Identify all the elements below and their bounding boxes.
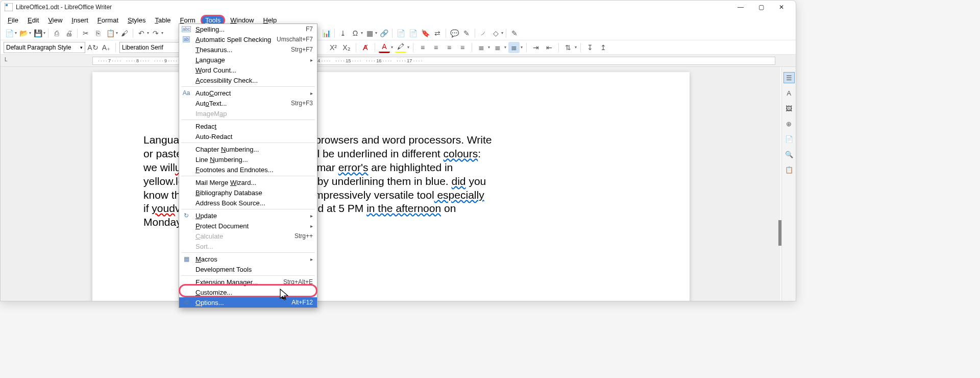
align-left-icon[interactable]: ≡ [417,42,428,53]
tools-menu-mail-merge-wizard[interactable]: Mail Merge Wizard... [179,177,317,187]
basic-shapes-icon[interactable]: ◇ [490,28,501,39]
tools-menu-development-tools[interactable]: Development Tools [179,264,317,274]
number-list-icon[interactable]: ≣ [492,42,503,53]
sidebar-navigator-icon[interactable]: ⊕ [783,118,795,129]
align-justify-icon[interactable]: ≡ [457,42,468,53]
insert-footnote-icon[interactable]: 📄 [395,28,406,39]
new-style-icon[interactable]: A₊ [101,42,112,53]
tools-menu-thesaurus[interactable]: Thesaurus...Strg+F7 [179,44,317,55]
tools-menu-autotext[interactable]: AutoText...Strg+F3 [179,98,317,108]
blank-icon [181,45,191,54]
show-draw-icon[interactable]: ✎ [509,28,520,39]
tools-menu-options[interactable]: ⚙Options...Alt+F12 [179,297,317,308]
redo-icon[interactable]: ↷ [150,28,161,39]
track-changes-icon[interactable]: ✎ [461,28,472,39]
sidebar-page-icon[interactable]: 📄 [783,133,795,145]
paragraph-style-combo[interactable]: Default Paragraph Style▾ [4,42,85,53]
decrease-para-icon[interactable]: ↥ [598,42,609,53]
insert-field-icon[interactable]: ▦ [364,28,375,39]
menu-styles[interactable]: Styles [124,15,150,25]
font-name-combo[interactable]: Liberation Serif [119,42,181,53]
submenu-arrow-icon: ▸ [310,223,313,229]
increase-para-icon[interactable]: ↧ [584,42,596,53]
menu-file[interactable]: File [4,15,22,25]
tools-menu-automatic-spell-checking[interactable]: abAutomatic Spell CheckingUmschalt+F7 [179,34,317,44]
tools-menu-protect-document[interactable]: Protect Document▸ [179,221,317,231]
menu-edit[interactable]: Edit [23,15,43,25]
tools-menu-footnotes-and-endnotes[interactable]: Footnotes and Endnotes... [179,164,317,175]
Aa-icon: Aa [181,89,191,97]
tools-menu-autocorrect[interactable]: AaAutoCorrect▸ [179,88,317,98]
blank-icon [181,222,191,230]
font-color-icon[interactable]: A [379,42,390,53]
insert-comment-icon[interactable]: 💬 [449,28,460,39]
tools-menu-chapter-numbering[interactable]: Chapter Numbering... [179,144,317,154]
insert-bookmark-icon[interactable]: 🔖 [420,28,431,39]
insert-special-char-icon[interactable]: Ω [350,28,361,39]
sidebar-inspect-icon[interactable]: 🔍 [783,149,795,160]
decrease-indent-icon[interactable]: ⇤ [544,42,555,53]
blank-icon [181,56,191,64]
blank-icon [181,155,191,163]
clone-format-icon[interactable]: 🖌 [119,28,130,39]
insert-hyperlink-icon[interactable]: 🔗 [378,28,389,39]
outline-list-icon[interactable]: ≣ [508,42,520,53]
sidebar-collapse-handle[interactable] [778,220,781,246]
tools-menu-auto-redact[interactable]: Auto-Redact [179,131,317,141]
app-window: LibreOffice1.odt - LibreOffice Writer — … [0,0,796,301]
tools-menu-extension-manager[interactable]: Extension Manager...Strg+Alt+E [179,277,317,287]
menu-view[interactable]: View [44,15,66,25]
sidebar-styles-icon[interactable]: A [783,87,795,99]
tools-menu-update[interactable]: ↻Update▸ [179,210,317,221]
cut-icon[interactable]: ✂ [80,28,91,39]
save-icon[interactable]: 💾 [32,28,43,39]
update-style-icon[interactable]: A↻ [87,42,99,53]
insert-line-icon[interactable]: ⟋ [478,28,489,39]
tools-menu-redact[interactable]: Redact [179,121,317,131]
subscript-icon[interactable]: X₂ [341,42,352,53]
copy-icon[interactable]: ⎘ [92,28,104,39]
clear-format-icon[interactable]: A̸ [360,42,371,53]
sidebar-gallery-icon[interactable]: 🖼 [783,103,795,114]
tools-menu-address-book-source[interactable]: Address Book Source... [179,198,317,208]
tools-menu-word-count[interactable]: Word Count... [179,65,317,75]
menu-format[interactable]: Format [93,15,122,25]
highlight-icon[interactable]: 🖍 [395,42,406,53]
main-toolbar: 📄▾ 📂▾ 💾▾ ⎙ 🖨 ✂ ⎘ 📋▾ 🖌 ↶▾ ↷▾ 🖼 📊 ⤓ Ω▾ ▦▾ … [1,26,796,40]
close-button[interactable]: ✕ [771,1,792,14]
tools-menu-imagemap: ImageMap [179,108,317,119]
print-icon[interactable]: 🖨 [63,28,75,39]
insert-cross-ref-icon[interactable]: ⇄ [432,28,443,39]
open-icon[interactable]: 📂 [18,28,29,39]
insert-chart-icon[interactable]: 📊 [321,28,332,39]
export-pdf-icon[interactable]: ⎙ [51,28,62,39]
tools-menu-bibliography-database[interactable]: Bibliography Database [179,187,317,198]
tools-menu-line-numbering[interactable]: Line Numbering... [179,154,317,164]
blank-icon [181,178,191,186]
blank-icon [181,76,191,84]
menu-insert[interactable]: Insert [67,15,92,25]
increase-indent-icon[interactable]: ⇥ [530,42,542,53]
tools-menu-spelling[interactable]: abcSpelling...F7 [179,24,317,34]
paste-icon[interactable]: 📋 [105,28,116,39]
line-spacing-icon[interactable]: ⇅ [562,42,574,53]
maximize-button[interactable]: ▢ [751,1,771,14]
minimize-button[interactable]: — [730,1,751,14]
undo-icon[interactable]: ↶ [136,28,147,39]
align-right-icon[interactable]: ≡ [444,42,455,53]
blank-icon [181,166,191,174]
sidebar-manage-icon[interactable]: 📋 [783,164,795,175]
tools-menu-language[interactable]: Language▸ [179,55,317,65]
tools-menu-customize[interactable]: Customize... [179,287,317,297]
tools-menu-accessibility-check[interactable]: Accessibility Check... [179,75,317,85]
new-icon[interactable]: 📄 [4,28,15,39]
superscript-icon[interactable]: X² [328,42,339,53]
sidebar-properties-icon[interactable]: ☰ [783,72,795,83]
tools-menu-macros[interactable]: ▦Macros▸ [179,254,317,264]
bullet-list-icon[interactable]: ≣ [476,42,487,53]
insert-page-break-icon[interactable]: ⤓ [337,28,349,39]
menu-table[interactable]: Table [151,15,175,25]
tools-menu-calculate: CalculateStrg++ [179,231,317,241]
align-center-icon[interactable]: ≡ [430,42,442,53]
insert-endnote-icon[interactable]: 📄 [407,28,419,39]
